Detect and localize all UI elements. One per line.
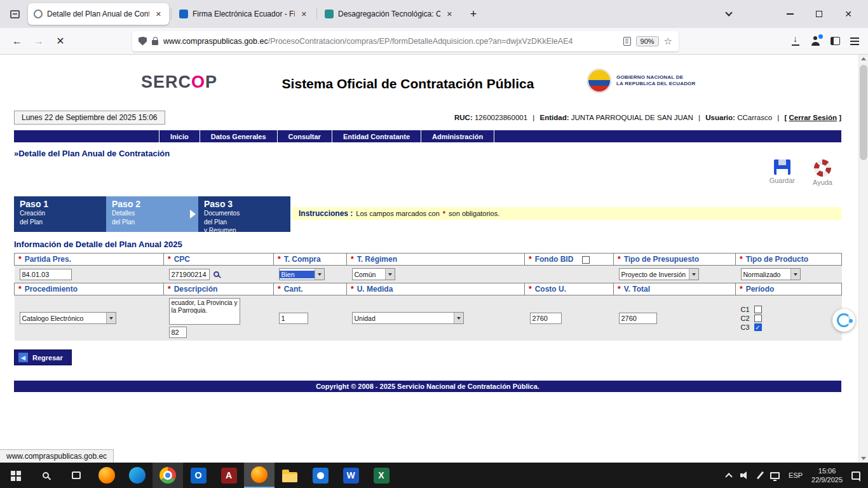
- nav-item-administracion[interactable]: Administración: [421, 130, 494, 142]
- globe-favicon: [34, 10, 43, 18]
- sidebar-icon[interactable]: [831, 37, 840, 45]
- url-path: /ProcesoContratacion/compras/EP/formDeta…: [268, 37, 573, 46]
- nav-item-entidad-contratante[interactable]: Entidad Contratante: [332, 130, 421, 142]
- tab-desagregacion[interactable]: Desagregación Tecnológica: Cál ✕: [319, 3, 460, 25]
- cerrar-sesion-link[interactable]: [ Cerrar Sesión ]: [785, 114, 842, 121]
- taskbar-search-button[interactable]: [31, 463, 61, 488]
- descripcion-textarea[interactable]: ecuador, La Provincia y la Parroquia.: [169, 298, 240, 325]
- tab-separator: [316, 8, 317, 20]
- maximize-button[interactable]: [804, 0, 834, 28]
- network-icon[interactable]: [770, 472, 780, 479]
- tab-close-icon[interactable]: ✕: [154, 10, 163, 19]
- cpc-search-magnifier-icon[interactable]: [214, 271, 219, 277]
- bracket: ]: [837, 114, 841, 121]
- save-floppy-icon: [774, 159, 790, 175]
- downloads-icon[interactable]: [791, 36, 800, 46]
- t-regimen-select[interactable]: Común: [352, 268, 395, 280]
- action-center-icon[interactable]: [851, 471, 860, 480]
- separator: |: [777, 114, 779, 121]
- step-1[interactable]: Paso 1 Creación del Plan: [14, 196, 106, 232]
- new-tab-button[interactable]: +: [464, 4, 483, 24]
- floating-widget[interactable]: [832, 309, 855, 332]
- tab-close-icon[interactable]: ✕: [445, 10, 454, 19]
- tipo-producto-select[interactable]: Normalizado: [741, 268, 801, 280]
- periodo-c3-checkbox[interactable]: [754, 323, 762, 331]
- reader-view-icon[interactable]: [623, 37, 631, 46]
- language-indicator[interactable]: ESP: [789, 471, 803, 479]
- page-favicon: [325, 10, 334, 18]
- required-star: *: [740, 255, 743, 264]
- regresar-button[interactable]: Regresar: [14, 349, 72, 365]
- taskbar-firefox-active-button[interactable]: [244, 463, 275, 488]
- volume-icon[interactable]: [740, 471, 750, 480]
- periodo-c1-checkbox[interactable]: [754, 306, 762, 313]
- scroll-up-arrow-icon[interactable]: [861, 57, 866, 60]
- taskbar-acrobat-button[interactable]: [214, 463, 244, 488]
- taskbar-firefox-button[interactable]: [92, 463, 122, 488]
- start-button[interactable]: [0, 463, 31, 488]
- forward-button[interactable]: →: [28, 31, 50, 51]
- nav-item-datos-generales[interactable]: Datos Generales: [200, 130, 277, 142]
- list-all-tabs-button[interactable]: [718, 3, 740, 25]
- tab-firma-electronica[interactable]: Firma Electrónica Ecuador - Firn ✕: [173, 3, 315, 25]
- periodo-c2-checkbox[interactable]: [754, 315, 762, 322]
- clock[interactable]: 15:06 22/9/2025: [811, 466, 843, 485]
- tab-detalle-plan[interactable]: Detalle del Plan Anual de Contr ✕: [28, 3, 169, 25]
- required-star: *: [18, 255, 22, 264]
- taskbar-edge-button[interactable]: [122, 463, 153, 488]
- step-line: del Plan: [112, 218, 193, 227]
- page-scrollbar[interactable]: [858, 55, 868, 463]
- descripcion-codigo-input[interactable]: [169, 327, 187, 338]
- hamburger-menu-icon[interactable]: [850, 41, 859, 42]
- header-label: U. Medida: [357, 285, 393, 294]
- taskbar-excel-button[interactable]: [366, 463, 397, 488]
- taskbar-outlook-button[interactable]: [183, 463, 214, 488]
- tab-close-icon[interactable]: ✕: [299, 10, 309, 19]
- procedimiento-select[interactable]: Catalogo Electrónico: [20, 312, 116, 324]
- url-bar[interactable]: www.compraspublicas.gob.ec/ProcesoContra…: [132, 31, 679, 51]
- tracking-shield-icon[interactable]: [139, 37, 147, 46]
- step-title: Paso 2: [112, 199, 193, 209]
- lock-icon[interactable]: [152, 40, 158, 45]
- nav-item-inicio[interactable]: Inicio: [159, 130, 200, 142]
- main-navigation: Inicio Datos Generales Consultar Entidad…: [14, 130, 841, 142]
- fondo-bid-checkbox[interactable]: [582, 256, 590, 264]
- task-view-button[interactable]: [61, 463, 92, 488]
- header-label: Descripción: [174, 285, 218, 294]
- scroll-down-arrow-icon[interactable]: [861, 457, 866, 460]
- step-line: Documentos: [204, 209, 285, 218]
- chrome-icon: [159, 467, 176, 484]
- bookmark-star-icon[interactable]: ☆: [664, 36, 672, 47]
- step-2-current[interactable]: Paso 2 Detalles del Plan: [106, 196, 198, 232]
- ayuda-button[interactable]: Ayuda: [813, 159, 832, 196]
- periodo-label: C2: [741, 315, 750, 322]
- zoom-level-indicator[interactable]: 90%: [636, 36, 659, 46]
- t-compra-select[interactable]: Bien: [279, 268, 325, 280]
- stop-button[interactable]: ✕: [50, 31, 71, 51]
- u-medida-select[interactable]: Unidad: [352, 312, 464, 324]
- guardar-button[interactable]: Guardar: [770, 159, 795, 196]
- firefox-view-button[interactable]: [5, 4, 24, 24]
- cantidad-input[interactable]: [279, 313, 308, 324]
- taskbar-chrome-button[interactable]: [153, 463, 183, 488]
- pen-icon[interactable]: [757, 471, 764, 480]
- v-total-input[interactable]: [619, 313, 657, 324]
- edge-icon: [129, 467, 146, 484]
- cpc-input[interactable]: [169, 269, 210, 280]
- nav-item-consultar[interactable]: Consultar: [277, 130, 332, 142]
- taskbar-blue-app-button[interactable]: [305, 463, 336, 488]
- costo-u-input[interactable]: [530, 313, 562, 324]
- step-3[interactable]: Paso 3 Documentos del Plan y Resumen: [198, 196, 290, 232]
- scrollbar-thumb[interactable]: [860, 65, 867, 160]
- minimize-button[interactable]: [775, 0, 804, 28]
- close-window-button[interactable]: ✕: [834, 0, 863, 28]
- taskbar-file-explorer-button[interactable]: [275, 463, 305, 488]
- hidden-icons-chevron-icon[interactable]: [725, 473, 732, 480]
- back-button[interactable]: ←: [6, 31, 28, 51]
- ecuador-emblem-icon: [587, 69, 611, 93]
- header-label: Costo U.: [535, 285, 566, 294]
- tipo-presupuesto-select[interactable]: Proyecto de Inversión: [619, 268, 699, 280]
- partida-pres-input[interactable]: [20, 269, 72, 280]
- account-icon[interactable]: [810, 36, 820, 46]
- taskbar-word-button[interactable]: [336, 463, 366, 488]
